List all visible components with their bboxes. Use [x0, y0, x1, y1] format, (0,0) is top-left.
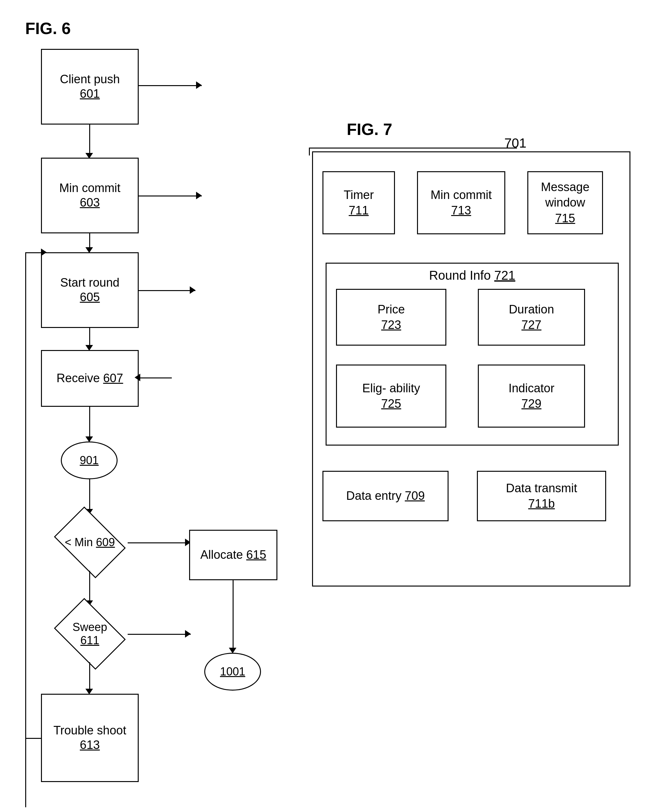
trouble-shoot-box: Trouble shoot 613 — [41, 694, 139, 782]
loop-back-vert — [25, 252, 26, 807]
round-info-container: Round Info 721 Price 723 Duration 727 El… — [326, 263, 619, 445]
data-entry-box: Data entry 709 — [323, 471, 449, 521]
less-than-min-diamond: < Min 609 — [52, 514, 128, 571]
data-transmit-box: Data transmit 711b — [477, 471, 606, 521]
start-round-box: Start round 605 — [41, 252, 139, 328]
bracket-line — [309, 148, 517, 148]
sweep-diamond: Sweep 611 — [52, 606, 128, 662]
arrow-611-615 — [128, 634, 191, 635]
arrowhead-605-right — [190, 286, 195, 294]
price-box: Price 723 — [336, 289, 446, 346]
round-info-label: Round Info 721 — [429, 268, 515, 282]
arrowhead-601-right — [196, 82, 202, 89]
node-1001: 1001 — [204, 653, 261, 690]
arrow-609-611 — [89, 571, 90, 602]
loop-back-horiz-bot — [25, 738, 42, 739]
arrow-609-615 — [128, 542, 191, 543]
message-window-box: Message window 715 — [527, 171, 603, 234]
node-901: 901 — [61, 441, 118, 479]
loop-back-horiz-top — [25, 252, 42, 253]
arrow-901-609 — [89, 479, 90, 511]
arrowhead-603-right — [196, 192, 202, 199]
loop-back-arrowhead — [41, 248, 47, 256]
fig7-container: Timer 711 Min commit 713 Message window … — [312, 151, 630, 587]
arrow-615-1001 — [233, 580, 234, 650]
indicator-box: Indicator 729 — [478, 365, 585, 428]
bracket-vert — [309, 148, 310, 156]
arrow-605-right — [139, 290, 195, 291]
fig7-title: FIG. 7 — [347, 120, 392, 139]
arrowhead-into-607 — [135, 374, 140, 381]
arrow-605-607 — [89, 328, 90, 347]
arrow-603-right — [139, 196, 202, 196]
min-commit-fig7-box: Min commit 713 — [417, 171, 505, 234]
client-push-box: Client push 601 — [41, 49, 139, 125]
receive-box: Receive 607 — [41, 350, 139, 407]
min-commit-box: Min commit 603 — [41, 158, 139, 233]
allocate-box: Allocate 615 — [189, 530, 277, 580]
duration-box: Duration 727 — [478, 289, 585, 346]
fig6-title: FIG. 6 — [25, 19, 71, 38]
arrow-611-613 — [89, 662, 90, 690]
arrow-607-901 — [89, 407, 90, 438]
arrow-into-607 — [140, 377, 172, 378]
arrow-601-right — [139, 85, 202, 86]
arrowhead-611-615 — [185, 630, 191, 638]
arrow-603-605 — [89, 233, 90, 249]
timer-box: Timer 711 — [323, 171, 395, 234]
arrow-601-603 — [89, 125, 90, 154]
eligability-box: Elig- ability 725 — [336, 365, 446, 428]
